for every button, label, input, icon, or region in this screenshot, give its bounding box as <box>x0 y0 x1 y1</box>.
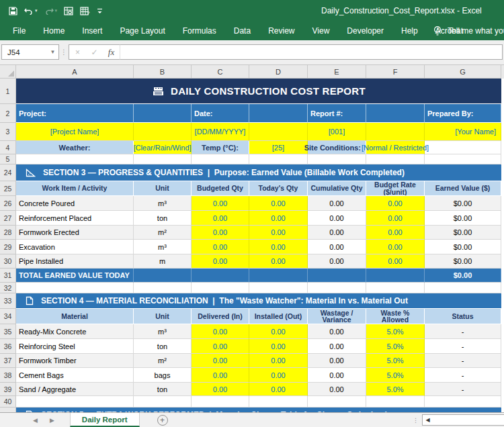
cell[interactable]: m² <box>134 354 192 368</box>
cancel-icon[interactable]: × <box>69 48 86 57</box>
cell[interactable] <box>249 154 308 164</box>
cell[interactable]: bags <box>134 368 192 383</box>
cell[interactable]: 5.0% <box>366 383 425 396</box>
site-conditions-input-cell[interactable]: [Normal / Restricted] <box>366 141 425 154</box>
cell[interactable] <box>192 269 249 283</box>
cell[interactable]: Pipe Installed <box>16 254 134 269</box>
report-no-input-cell[interactable]: [001] <box>308 123 366 141</box>
cell[interactable]: 0.00 <box>249 354 308 368</box>
cell[interactable] <box>366 269 425 283</box>
cell[interactable] <box>308 283 366 293</box>
row-header-4[interactable]: 4 <box>0 141 16 154</box>
cell[interactable]: 0.00 <box>249 368 308 383</box>
cell[interactable]: 5.0% <box>366 339 425 354</box>
tell-me-box[interactable]: Tell me what you <box>433 21 504 40</box>
prepared-by-label-cell[interactable]: Prepared By: <box>425 104 501 123</box>
cell[interactable]: 5.0% <box>366 354 425 368</box>
tab-page-layout[interactable]: Page Layout <box>111 21 173 40</box>
cell[interactable]: - <box>425 368 501 383</box>
s3-header-cell[interactable]: Earned Value ($) <box>425 181 501 196</box>
s3-header-cell[interactable]: Budget Rate ($/unit) <box>366 181 425 196</box>
row-header-30[interactable]: 30 <box>0 254 16 269</box>
table-query-icon[interactable]: ? <box>78 3 92 18</box>
tab-view[interactable]: View <box>304 21 339 40</box>
section3-banner-cell[interactable]: SECTION 3 — PROGRESS & QUANTITIES | Purp… <box>16 164 501 181</box>
cell[interactable] <box>366 104 425 123</box>
tab-formulas[interactable]: Formulas <box>174 21 225 40</box>
cell[interactable]: m <box>134 254 192 269</box>
section4-banner-cell[interactable]: SECTION 4 — MATERIAL RECONCILIATION | Th… <box>16 293 501 309</box>
cell[interactable] <box>192 154 249 164</box>
cell[interactable]: 0.00 <box>308 368 366 383</box>
select-all-corner[interactable] <box>0 65 16 79</box>
cell[interactable]: 0.00 <box>192 383 249 396</box>
undo-dropdown-icon[interactable]: ▾ <box>35 8 38 13</box>
cell[interactable]: $0.00 <box>425 226 501 240</box>
cell[interactable]: 0.00 <box>308 254 366 269</box>
row-header-36[interactable]: 36 <box>0 339 16 354</box>
row-header-2[interactable]: 2 <box>0 104 16 123</box>
cell[interactable] <box>308 154 366 164</box>
cell[interactable] <box>249 396 308 408</box>
cell[interactable]: - <box>425 354 501 368</box>
column-header-e[interactable]: E <box>308 65 366 79</box>
cell[interactable]: 0.00 <box>192 240 249 254</box>
row-header-25[interactable]: 25 <box>0 181 16 196</box>
weather-label-cell[interactable]: Weather: <box>16 141 134 154</box>
date-label-cell[interactable]: Date: <box>192 104 249 123</box>
cell[interactable]: 0.00 <box>366 226 425 240</box>
camera-preview-icon[interactable] <box>62 3 75 18</box>
cell[interactable]: 0.00 <box>192 339 249 354</box>
customize-quick-access-icon[interactable] <box>95 3 105 18</box>
cell[interactable]: m³ <box>134 324 192 339</box>
weather-input-cell[interactable]: [Clear/Rain/Wind] <box>134 141 192 154</box>
scroll-left-icon[interactable]: ◀ <box>423 417 433 423</box>
row-header-1[interactable]: 1 <box>0 79 16 104</box>
cell[interactable]: Cement Bags <box>16 368 134 383</box>
column-header-g[interactable]: G <box>425 65 501 79</box>
row-header-40[interactable]: 40 <box>0 396 16 408</box>
cell[interactable]: 0.00 <box>249 240 308 254</box>
cell[interactable]: ton <box>134 383 192 396</box>
row-header-37[interactable]: 37 <box>0 354 16 368</box>
cell[interactable]: $0.00 <box>425 254 501 269</box>
cell[interactable]: ton <box>134 339 192 354</box>
cell[interactable]: Reinforcing Steel <box>16 339 134 354</box>
cell[interactable] <box>425 283 501 293</box>
cell[interactable]: 0.00 <box>192 196 249 211</box>
cell[interactable]: 0.00 <box>308 383 366 396</box>
cell[interactable]: 0.00 <box>308 324 366 339</box>
cell[interactable]: Formwork Erected <box>16 226 134 240</box>
column-header-a[interactable]: A <box>16 65 134 79</box>
row-header-38[interactable]: 38 <box>0 368 16 383</box>
cell[interactable] <box>192 396 249 408</box>
cell[interactable] <box>134 123 192 141</box>
cell[interactable] <box>308 269 366 283</box>
cell[interactable] <box>366 154 425 164</box>
s3-header-cell[interactable]: Unit <box>134 181 192 196</box>
cell[interactable]: 0.00 <box>192 254 249 269</box>
cell[interactable]: 0.00 <box>249 196 308 211</box>
s4-header-cell[interactable]: Unit <box>134 309 192 324</box>
cell[interactable]: 0.00 <box>249 226 308 240</box>
total-earned-value-cell[interactable]: $0.00 <box>425 269 501 283</box>
cell[interactable]: Formwork Timber <box>16 354 134 368</box>
row-header-5[interactable]: 5 <box>0 154 16 164</box>
cell[interactable] <box>134 396 192 408</box>
sheet-nav-right-icon[interactable]: ▶ <box>44 417 60 424</box>
s3-header-cell[interactable]: Budgeted Qty <box>192 181 249 196</box>
cell[interactable]: 0.00 <box>249 211 308 226</box>
cell[interactable]: 0.00 <box>249 324 308 339</box>
cell[interactable]: Reinforcement Placed <box>16 211 134 226</box>
tab-developer[interactable]: Developer <box>338 21 392 40</box>
s4-header-cell[interactable]: Wastage / Variance <box>308 309 366 324</box>
save-icon[interactable] <box>7 3 19 18</box>
cell[interactable]: - <box>425 324 501 339</box>
cell[interactable]: 0.00 <box>308 211 366 226</box>
temp-label-cell[interactable]: Temp (°C): <box>192 141 249 154</box>
cell[interactable]: - <box>425 339 501 354</box>
cell[interactable]: $0.00 <box>425 211 501 226</box>
tab-help[interactable]: Help <box>392 21 427 40</box>
cell[interactable] <box>134 154 192 164</box>
cell[interactable]: 0.00 <box>192 354 249 368</box>
